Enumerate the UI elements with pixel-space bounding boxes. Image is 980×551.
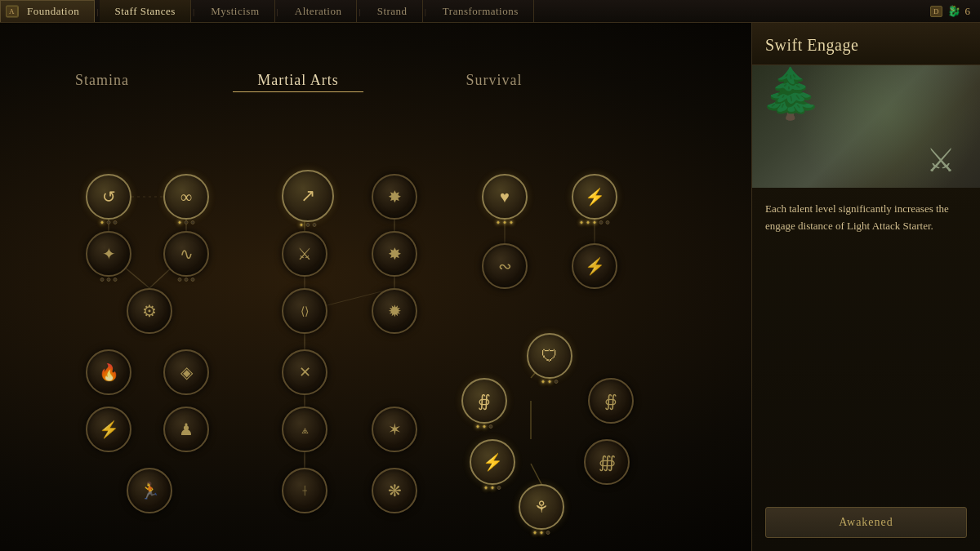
skill-node-m2[interactable]: ✸	[372, 174, 417, 220]
skill-node-s8[interactable]: ⚡	[86, 407, 131, 452]
navigation-bar: A Foundation | Staff Stances | Mysticism…	[0, 0, 980, 23]
skill-image: 🌲	[752, 65, 980, 188]
s9-icon: ♟	[179, 420, 194, 439]
tab-mysticism[interactable]: Mysticism	[196, 0, 274, 22]
s4-icon: ∿	[180, 244, 194, 264]
tab-transformations-label: Transformations	[443, 5, 519, 18]
skill-node-s9[interactable]: ♟	[163, 407, 209, 452]
skill-node-v10[interactable]: ⚘	[519, 484, 564, 530]
skill-node-v5[interactable]: 🛡	[527, 333, 572, 379]
tab-staff-stances[interactable]: Staff Stances	[100, 0, 191, 22]
skill-node-v1[interactable]: ♥	[482, 174, 528, 220]
m7-icon: ✕	[299, 363, 311, 381]
v7-icon: ∯	[604, 391, 617, 411]
v10-pips	[533, 531, 550, 535]
pip	[497, 220, 501, 224]
skill-node-s6[interactable]: 🔥	[86, 349, 131, 395]
pip	[510, 220, 514, 224]
v2-icon: ⚡	[585, 187, 605, 207]
pip	[548, 380, 552, 384]
skill-node-s3[interactable]: ✦	[86, 231, 131, 277]
v1-pips	[497, 220, 514, 224]
pip	[114, 220, 118, 224]
resource-display: D 🐉 6	[920, 0, 980, 22]
main-content: Stamina Martial Arts Survival	[0, 23, 980, 551]
pip	[533, 531, 537, 535]
skill-node-v6[interactable]: ∯	[461, 378, 507, 424]
skill-node-m6[interactable]: ✹	[372, 288, 417, 334]
skill-node-v2[interactable]: ⚡	[572, 174, 617, 220]
pip	[599, 220, 604, 224]
pip	[191, 220, 195, 224]
left-indicator: A	[6, 6, 18, 17]
pip	[503, 220, 507, 224]
tab-foundation-label: Foundation	[27, 5, 79, 18]
pip	[107, 278, 111, 282]
skill-node-s2[interactable]: ∞	[163, 174, 209, 220]
category-survival: Survival	[445, 72, 543, 89]
awakened-button[interactable]: Awakened	[765, 507, 967, 538]
pip	[300, 223, 304, 227]
svg-line-17	[531, 464, 541, 484]
tab-foundation[interactable]: A Foundation	[0, 0, 95, 22]
skill-node-m7[interactable]: ✕	[282, 349, 327, 395]
s2-pips	[178, 220, 195, 224]
pip	[185, 278, 189, 282]
pip	[555, 380, 559, 384]
skill-node-m8[interactable]: ⟁	[282, 407, 327, 452]
m9-icon: ✶	[388, 420, 402, 439]
pip	[107, 220, 111, 224]
v1-icon: ♥	[500, 188, 510, 207]
pip	[593, 220, 597, 224]
m6-icon: ✹	[388, 301, 402, 321]
tab-strand[interactable]: Strand	[363, 0, 423, 22]
skill-node-s7[interactable]: ◈	[163, 349, 209, 395]
v6-icon: ∯	[478, 391, 491, 411]
skill-node-s4[interactable]: ∿	[163, 231, 209, 277]
tab-staff-stances-label: Staff Stances	[114, 5, 176, 18]
pip	[491, 486, 495, 490]
skill-node-v7[interactable]: ∯	[588, 378, 634, 424]
pip	[191, 278, 195, 282]
pip	[100, 220, 105, 224]
v8-pips	[484, 486, 501, 490]
skill-tree: Stamina Martial Arts Survival	[0, 23, 751, 551]
v4-icon: ⚡	[585, 256, 605, 276]
skill-node-v9[interactable]: ∰	[584, 439, 630, 485]
skill-node-v8[interactable]: ⚡	[470, 439, 515, 485]
v3-icon: ∾	[498, 256, 512, 276]
pip	[178, 278, 182, 282]
m1-icon: ↗	[301, 185, 315, 207]
skill-node-m1[interactable]: ↗	[282, 170, 334, 222]
pip	[484, 486, 488, 490]
v9-icon: ∰	[599, 452, 616, 472]
pip	[540, 531, 544, 535]
v8-icon: ⚡	[483, 452, 503, 472]
tab-alteration[interactable]: Alteration	[280, 0, 358, 22]
m5-icon: ⟨⟩	[301, 304, 309, 318]
skill-node-m9[interactable]: ✶	[372, 407, 417, 452]
skill-node-s5[interactable]: ⚙	[127, 288, 172, 334]
skill-node-m4[interactable]: ✸	[372, 231, 417, 277]
skill-node-m5[interactable]: ⟨⟩	[282, 288, 327, 334]
pip	[546, 531, 550, 535]
description-text-2: .	[931, 220, 933, 232]
skill-node-m10[interactable]: ⟊	[282, 468, 327, 513]
pip	[306, 223, 310, 227]
skill-description: Each talent level significantly increase…	[752, 188, 980, 497]
skill-node-s1[interactable]: ↺	[86, 174, 131, 220]
skill-node-m11[interactable]: ❋	[372, 468, 417, 513]
s10-icon: 🏃	[140, 481, 160, 500]
tab-transformations[interactable]: Transformations	[428, 0, 534, 22]
m4-icon: ✸	[388, 244, 402, 264]
skill-node-s10[interactable]: 🏃	[127, 468, 172, 513]
s3-icon: ✦	[102, 244, 116, 264]
skill-node-v3[interactable]: ∾	[482, 243, 528, 289]
skill-node-v4[interactable]: ⚡	[572, 243, 617, 289]
pip	[114, 278, 118, 282]
m3-icon: ⚔	[297, 244, 312, 264]
m8-icon: ⟁	[301, 423, 309, 437]
pip	[586, 220, 590, 224]
skill-node-m3[interactable]: ⚔	[282, 231, 327, 277]
tab-strand-label: Strand	[377, 5, 408, 18]
